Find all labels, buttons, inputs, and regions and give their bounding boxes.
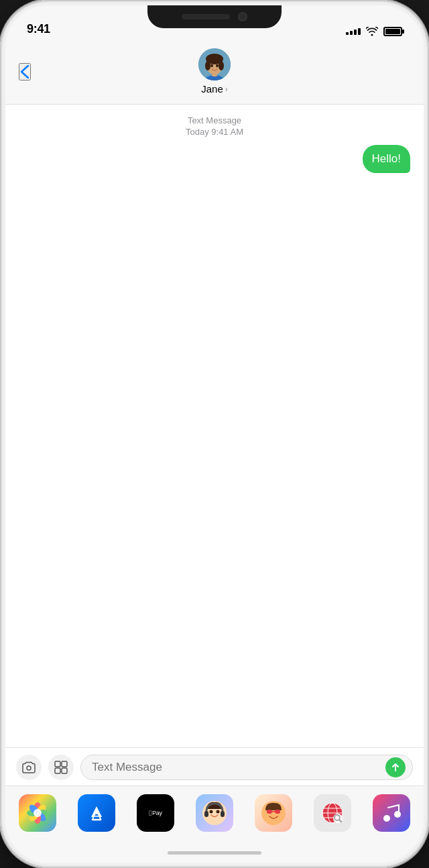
messages-area: Text Message Today 9:41 AM Hello! bbox=[5, 105, 424, 747]
contact-name-row: Jane › bbox=[201, 83, 228, 95]
appstore-icon: A bbox=[86, 802, 107, 824]
svg-point-5 bbox=[205, 61, 210, 70]
memoji2-icon bbox=[259, 798, 288, 828]
app-drawer: A Pay bbox=[5, 785, 424, 843]
memoji2-app-icon[interactable] bbox=[255, 794, 292, 832]
apps-button[interactable] bbox=[48, 755, 74, 780]
message-input-wrapper bbox=[80, 755, 413, 780]
memoji1-icon bbox=[200, 798, 229, 828]
svg-rect-33 bbox=[275, 810, 280, 814]
svg-rect-32 bbox=[267, 810, 272, 814]
message-service-label: Text Message bbox=[188, 115, 241, 125]
music-app-icon[interactable] bbox=[373, 794, 410, 832]
home-indicator bbox=[5, 843, 424, 863]
signal-bars-icon bbox=[346, 28, 361, 35]
svg-text:A: A bbox=[92, 806, 102, 823]
svg-point-9 bbox=[27, 766, 31, 770]
camera-icon bbox=[22, 761, 36, 773]
contact-info[interactable]: Jane › bbox=[198, 48, 231, 95]
photos-flower-icon bbox=[25, 801, 50, 825]
notch-camera bbox=[238, 12, 247, 21]
nav-header: Jane › bbox=[5, 42, 424, 105]
svg-rect-12 bbox=[55, 768, 60, 773]
svg-point-45 bbox=[394, 811, 401, 818]
home-bar bbox=[168, 851, 261, 855]
photos-app-icon[interactable] bbox=[19, 794, 56, 832]
svg-rect-13 bbox=[62, 768, 67, 773]
svg-point-22 bbox=[34, 809, 42, 817]
battery-icon bbox=[383, 27, 402, 36]
camera-button[interactable] bbox=[16, 755, 42, 780]
message-text: Hello! bbox=[372, 152, 401, 165]
contact-name: Jane bbox=[201, 83, 223, 95]
sent-message-bubble: Hello! bbox=[363, 145, 410, 173]
message-timestamp-group: Text Message Today 9:41 AM bbox=[16, 115, 413, 137]
svg-point-27 bbox=[217, 810, 220, 814]
svg-point-26 bbox=[210, 810, 213, 814]
avatar bbox=[198, 48, 231, 80]
applepay-app-icon[interactable]: Pay bbox=[137, 794, 174, 832]
svg-point-7 bbox=[210, 64, 213, 67]
svg-rect-28 bbox=[204, 811, 208, 817]
input-area bbox=[5, 747, 424, 785]
screen: 9:41 bbox=[5, 5, 424, 863]
send-button[interactable] bbox=[385, 757, 406, 777]
message-time: Today 9:41 AM bbox=[186, 127, 243, 137]
svg-point-44 bbox=[383, 815, 390, 822]
table-row: Hello! bbox=[16, 145, 413, 173]
status-icons bbox=[346, 27, 402, 36]
web-app-icon[interactable] bbox=[314, 794, 351, 832]
status-time: 9:41 bbox=[27, 22, 50, 36]
apps-icon bbox=[54, 761, 68, 774]
notch-speaker bbox=[182, 14, 230, 19]
svg-rect-29 bbox=[221, 811, 225, 817]
back-button[interactable] bbox=[19, 63, 31, 80]
avatar-image bbox=[198, 48, 231, 80]
globe-icon bbox=[320, 801, 345, 825]
status-bar: 9:41 bbox=[5, 5, 424, 42]
notch bbox=[147, 5, 282, 28]
svg-rect-11 bbox=[62, 761, 67, 767]
send-icon bbox=[391, 763, 400, 772]
svg-point-8 bbox=[216, 64, 219, 67]
contact-chevron-icon: › bbox=[225, 85, 228, 94]
svg-point-6 bbox=[219, 61, 224, 70]
messages-list: Hello! bbox=[16, 145, 413, 173]
phone-frame: 9:41 bbox=[0, 0, 429, 868]
svg-rect-10 bbox=[55, 761, 60, 767]
appstore-app-icon[interactable]: A bbox=[78, 794, 115, 832]
music-note-icon bbox=[381, 802, 402, 824]
message-input[interactable] bbox=[92, 761, 385, 774]
memoji1-app-icon[interactable] bbox=[196, 794, 233, 832]
wifi-icon bbox=[366, 27, 378, 36]
